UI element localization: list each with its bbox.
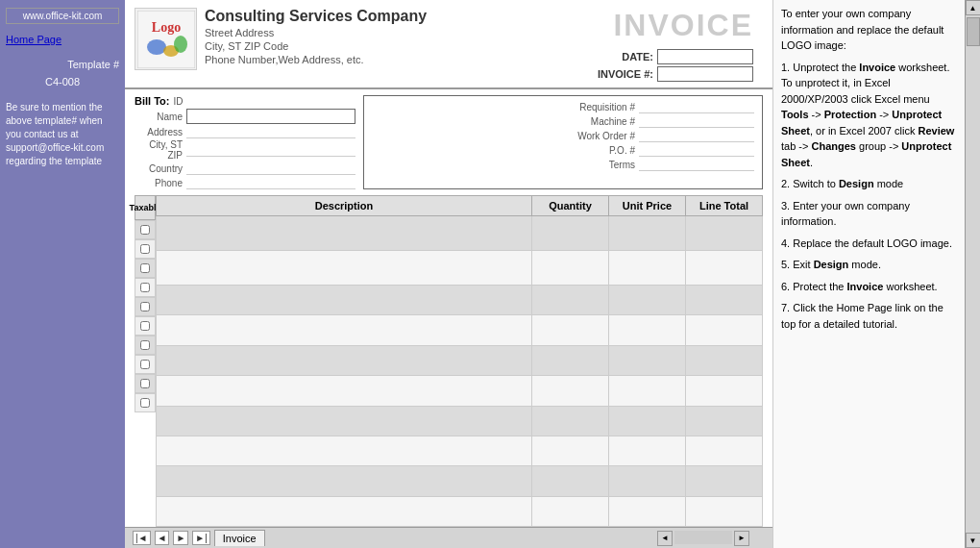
terms-input[interactable] xyxy=(639,158,754,171)
name-row: Name xyxy=(135,109,355,124)
taxable-check-5[interactable] xyxy=(135,297,156,316)
unit-price-header: Unit Price xyxy=(609,196,686,216)
right-panel-step1: 1. Unprotect the Invoice worksheet. To u… xyxy=(781,60,957,171)
requisition-input[interactable] xyxy=(639,100,754,113)
desc-cell[interactable] xyxy=(157,315,532,345)
taxable-check-3[interactable] xyxy=(135,259,156,278)
desc-cell[interactable] xyxy=(157,345,532,375)
taxable-check-6[interactable] xyxy=(135,316,156,336)
work-order-label: Work Order # xyxy=(372,131,635,141)
last-sheet-nav[interactable]: ►| xyxy=(192,531,210,545)
total-cell xyxy=(686,345,763,375)
qty-cell[interactable] xyxy=(532,436,609,465)
work-order-input[interactable] xyxy=(639,129,754,142)
scrollbar-thumb[interactable] xyxy=(967,17,980,46)
city-row: City, ST ZIP xyxy=(135,139,355,161)
qty-cell[interactable] xyxy=(532,406,609,436)
invoice-sheet-tab[interactable]: Invoice xyxy=(214,530,265,546)
quantity-header: Quantity xyxy=(532,196,609,216)
bottom-scroll-area: ◄ ► xyxy=(273,531,769,546)
price-cell[interactable] xyxy=(609,376,686,406)
sidebar-note: Be sure to mention the above template# w… xyxy=(6,101,119,168)
qty-cell[interactable] xyxy=(532,376,609,406)
home-page-link[interactable]: Home Page xyxy=(6,34,119,45)
qty-cell[interactable] xyxy=(532,286,609,315)
line-total-header: Line Total xyxy=(686,196,763,216)
next-sheet-nav[interactable]: ► xyxy=(173,531,188,545)
date-row: DATE: xyxy=(598,49,753,64)
address-input[interactable] xyxy=(186,125,355,138)
taxable-check-7[interactable] xyxy=(135,336,156,355)
price-cell[interactable] xyxy=(609,496,686,526)
template-label: Template # xyxy=(6,59,119,70)
prev-sheet-nav[interactable]: ◄ xyxy=(155,531,170,545)
price-cell[interactable] xyxy=(609,406,686,436)
terms-label: Terms xyxy=(372,160,635,170)
total-cell xyxy=(686,216,763,251)
price-cell[interactable] xyxy=(609,436,686,465)
taxable-check-8[interactable] xyxy=(135,355,156,374)
bottom-bar: |◄ ◄ ► ►| Invoice ◄ ► xyxy=(125,527,772,548)
table-row xyxy=(157,436,763,465)
qty-cell[interactable] xyxy=(532,496,609,526)
desc-cell[interactable] xyxy=(157,216,532,251)
bill-to-section: Bill To: ID Name Address City, ST ZIP xyxy=(125,89,772,195)
phone-input[interactable] xyxy=(186,176,355,189)
sheet-tab-area: |◄ ◄ ► ►| Invoice xyxy=(133,530,265,546)
desc-cell[interactable] xyxy=(157,251,532,286)
taxable-check-10[interactable] xyxy=(135,393,156,412)
hscroll-track[interactable] xyxy=(674,531,732,544)
left-sidebar: www.office-kit.com Home Page Template # … xyxy=(0,0,125,548)
total-cell xyxy=(686,496,763,526)
date-input[interactable] xyxy=(657,49,753,64)
scroll-left-btn[interactable]: ◄ xyxy=(657,531,673,546)
name-input[interactable] xyxy=(186,109,355,124)
price-cell[interactable] xyxy=(609,345,686,375)
price-cell[interactable] xyxy=(609,216,686,251)
order-info-box: Requisition # Machine # Work Order # P.O… xyxy=(363,95,763,189)
invoice-num-label: INVOICE #: xyxy=(598,68,653,80)
company-left: Logo Consulting Services Company Street … xyxy=(135,8,427,70)
country-input[interactable] xyxy=(186,162,355,175)
qty-cell[interactable] xyxy=(532,251,609,286)
city-label: City, ST ZIP xyxy=(135,139,183,161)
svg-text:Logo: Logo xyxy=(151,20,180,35)
company-street: Street Address xyxy=(205,27,427,38)
bill-to-left: Bill To: ID Name Address City, ST ZIP xyxy=(135,95,355,189)
total-cell xyxy=(686,466,763,496)
requisition-row: Requisition # xyxy=(372,100,754,113)
scroll-up-btn[interactable]: ▲ xyxy=(966,0,981,15)
table-row xyxy=(157,216,763,251)
desc-cell[interactable] xyxy=(157,436,532,465)
taxable-check-1[interactable] xyxy=(135,220,156,239)
city-input[interactable] xyxy=(186,143,355,157)
first-sheet-nav[interactable]: |◄ xyxy=(133,531,151,545)
table-row xyxy=(157,286,763,315)
taxable-check-9[interactable] xyxy=(135,374,156,393)
price-cell[interactable] xyxy=(609,286,686,315)
price-cell[interactable] xyxy=(609,251,686,286)
desc-cell[interactable] xyxy=(157,466,532,496)
machine-input[interactable] xyxy=(639,114,754,128)
desc-cell[interactable] xyxy=(157,376,532,406)
desc-cell[interactable] xyxy=(157,406,532,436)
qty-cell[interactable] xyxy=(532,216,609,251)
terms-row: Terms xyxy=(372,158,754,171)
scroll-right-btn[interactable]: ► xyxy=(734,531,749,546)
price-cell[interactable] xyxy=(609,466,686,496)
date-label: DATE: xyxy=(622,51,653,62)
qty-cell[interactable] xyxy=(532,315,609,345)
qty-cell[interactable] xyxy=(532,345,609,375)
qty-cell[interactable] xyxy=(532,466,609,496)
desc-cell[interactable] xyxy=(157,286,532,315)
taxable-check-4[interactable] xyxy=(135,278,156,297)
price-cell[interactable] xyxy=(609,315,686,345)
bill-to-title: Bill To: xyxy=(135,95,169,107)
po-input[interactable] xyxy=(639,143,754,157)
invoice-num-input[interactable] xyxy=(657,66,753,82)
scroll-down-btn[interactable]: ▼ xyxy=(966,533,981,548)
desc-cell[interactable] xyxy=(157,496,532,526)
taxable-check-2[interactable] xyxy=(135,239,156,259)
company-info: Consulting Services Company Street Addre… xyxy=(205,8,427,65)
machine-label: Machine # xyxy=(372,116,635,127)
